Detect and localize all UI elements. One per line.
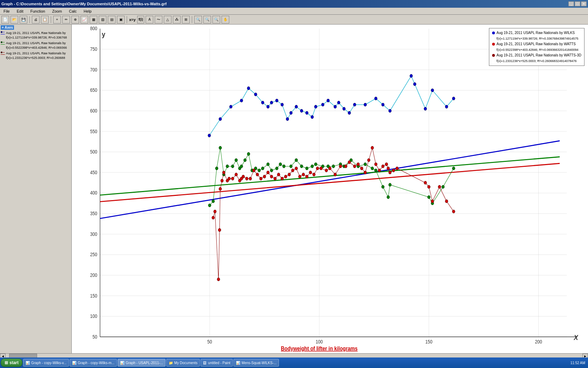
sep4 [192,16,192,23]
svg-point-177 [382,165,384,168]
svg-point-100 [270,169,273,172]
svg-point-56 [270,101,273,104]
tool6[interactable]: ▨ [99,16,106,23]
svg-point-82 [452,97,455,100]
hand-button[interactable]: ✋ [222,16,229,23]
svg-point-163 [325,169,328,172]
svg-point-81 [445,105,448,108]
svg-point-131 [219,187,222,190]
svg-point-63 [306,111,308,114]
svg-point-107 [306,167,308,170]
svg-point-129 [217,278,220,281]
svg-point-176 [378,169,381,172]
legend-2-title: Aug 19-21, 2011 USAPL Raw Nationals by [6,41,67,46]
svg-text:800: 800 [90,26,97,32]
tool4[interactable]: 📈 [80,16,88,23]
svg-point-160 [313,173,315,176]
svg-text:650: 650 [90,87,97,93]
svg-point-155 [295,167,298,170]
svg-point-59 [286,117,289,121]
menu-edit[interactable]: Edit [15,8,26,14]
taskbar-item-6[interactable]: 📊 Mens-Squat-WILKS-... [233,359,279,367]
svg-point-118 [371,167,374,170]
start-button[interactable]: ⊞ start [1,359,22,367]
svg-point-158 [306,175,308,178]
menu-help[interactable]: Help [82,8,94,14]
axes-button[interactable]: + Axes [1,25,14,30]
taskbar-item-4[interactable]: 📁 My Documents [166,359,200,367]
window-title: Graph - C:\Documents and Settings\Owner\… [1,2,167,6]
taskbar-icon-3: 📊 [120,361,124,365]
svg-point-186 [438,185,441,188]
svg-point-132 [220,179,223,182]
svg-point-154 [291,169,294,172]
legend-dot-1 [492,32,495,34]
svg-point-74 [374,97,377,100]
graph-area[interactable]: 50 100 150 200 250 300 350 400 450 500 5… [72,25,588,353]
legend-1-title: Aug 19-21, 2011 USAPL Raw Nationals by [6,31,67,35]
maximize-button[interactable]: □ [575,1,580,6]
menu-file[interactable]: File [1,8,12,14]
zoom-out-button[interactable]: 🔍 [212,16,220,23]
font-button[interactable]: A [146,16,153,23]
taskbar-item-2[interactable]: 📊 Graph - copy-Wilks-m... [70,359,117,367]
sep1 [29,16,30,23]
svg-point-137 [235,173,238,176]
tool2[interactable]: ✏ [62,16,70,23]
tool7[interactable]: ▤ [108,16,115,23]
zoom-in-button[interactable]: 🔍 [194,16,202,23]
open-button[interactable]: 📂 [10,16,18,23]
svg-point-52 [247,87,250,90]
tool3[interactable]: ⊕ [71,16,79,23]
svg-point-185 [431,199,434,203]
svg-point-153 [288,173,290,176]
svg-point-157 [302,173,305,176]
taskbar-item-5[interactable]: 🖼 untitled - Paint [201,359,233,367]
tool1[interactable]: + [53,16,61,23]
taskbar-item-3[interactable]: 📊 Graph - USAPL-2011-... [118,359,166,367]
svg-point-67 [327,99,329,102]
taskbar-icon-2: 📊 [72,361,76,365]
print-button[interactable]: 🖨 [32,16,40,23]
minimize-button[interactable]: _ [568,1,574,6]
svg-point-68 [334,105,337,108]
new-button[interactable]: 📄 [1,16,9,23]
grid-button[interactable]: ⊞ [182,16,190,23]
svg-point-103 [282,165,285,168]
menu-function[interactable]: Function [28,8,47,14]
svg-point-104 [289,165,292,168]
svg-point-145 [259,177,262,180]
wave-button[interactable]: 〜 [155,16,162,23]
taskbar-item-1[interactable]: 📊 Graph - copy-Wilks-v... [23,359,69,367]
scatter-button[interactable]: ⁂ [173,16,181,23]
tool5[interactable]: ▦ [90,16,97,23]
svg-point-146 [263,175,266,178]
svg-point-141 [245,177,248,180]
svg-point-80 [431,89,434,92]
svg-point-128 [214,210,216,213]
svg-text:450: 450 [90,170,97,175]
xy-label: x=y [129,18,136,22]
svg-text:550: 550 [90,129,97,134]
triangle-button[interactable]: △ [164,16,172,23]
tool8[interactable]: ▣ [117,16,125,23]
save-button[interactable]: 💾 [20,16,27,23]
svg-point-57 [275,99,278,102]
window-controls: _ □ ✕ [568,1,587,6]
legend-dot-2 [492,43,495,46]
svg-point-65 [314,105,317,108]
zoom-in2-button[interactable]: 🔍 [203,16,211,23]
svg-text:250: 250 [90,252,97,257]
menu-zoom[interactable]: Zoom [50,8,64,14]
fi-label: f(i) [137,16,145,23]
svg-point-148 [270,175,273,178]
svg-point-109 [314,163,317,166]
svg-point-130 [218,229,221,232]
svg-point-101 [275,167,278,170]
svg-text:50: 50 [92,334,97,340]
copy-button[interactable]: 📋 [41,16,49,23]
svg-point-180 [388,171,391,174]
menu-calc[interactable]: Calc [67,8,79,14]
svg-text:200: 200 [90,272,97,278]
close-button[interactable]: ✕ [581,1,587,6]
